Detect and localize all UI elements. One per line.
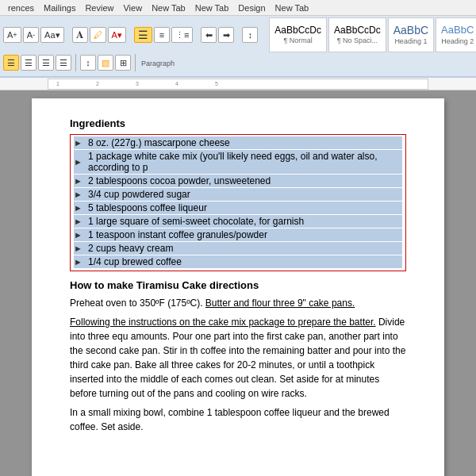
bullets-btn[interactable]: ☰ <box>134 27 152 43</box>
font-size-group: A+ A- Aa▾ <box>3 27 64 43</box>
no-spacing-label: ¶ No Spaci... <box>337 36 378 44</box>
paragraph-label: Paragraph <box>141 60 175 67</box>
bullet-icon-1: ► <box>74 138 85 148</box>
style-heading1[interactable]: AaBbC Heading 1 <box>388 17 434 52</box>
style-normal[interactable]: AaBbCcDc ¶ Normal <box>269 17 327 52</box>
h1-label: Heading 1 <box>394 37 427 45</box>
menu-rences[interactable]: rences <box>3 3 39 13</box>
ingredients-heading: Ingredients <box>70 117 406 129</box>
align-center-btn[interactable]: ☰ <box>21 55 36 71</box>
list-item: ► 1 teaspoon instant coffee granules/pow… <box>74 228 402 241</box>
indent-group: ⬅ ➡ <box>201 27 234 43</box>
ruler-mark-4: 4 <box>175 81 178 86</box>
no-space-preview: AaBbCcDc <box>334 25 381 36</box>
ingredient-6: 1 large square of semi-sweet chocolate, … <box>88 216 304 227</box>
font-size-decrease[interactable]: A- <box>23 27 39 43</box>
align-justify-btn[interactable]: ☰ <box>56 55 71 71</box>
menu-view[interactable]: View <box>118 3 147 13</box>
menu-design[interactable]: Design <box>233 3 270 13</box>
ingredient-2: 1 package white cake mix (you'll likely … <box>88 151 399 173</box>
list-group: ☰ ≡ ⋮≡ <box>134 27 193 43</box>
ruler: 1 2 3 4 5 <box>0 78 476 90</box>
numbered-list-btn[interactable]: ≡ <box>154 27 170 43</box>
highlight-btn[interactable]: 🖊 <box>90 27 106 43</box>
bullet-icon-5: ► <box>74 203 85 213</box>
decrease-indent-btn[interactable]: ⬅ <box>201 27 217 43</box>
increase-indent-btn[interactable]: ➡ <box>218 27 234 43</box>
list-item: ► 8 oz. (227g.) mascarpone cheese <box>74 136 402 149</box>
para2: Following the instructions on the cake m… <box>70 315 406 401</box>
align-left-btn[interactable]: ☰ <box>3 55 19 71</box>
bullet-icon-4: ► <box>74 190 85 199</box>
menu-newtab2[interactable]: New Tab <box>190 3 234 13</box>
text-effects-btn[interactable]: 𝐀 <box>72 27 88 43</box>
bullet-icon-6: ► <box>74 217 85 226</box>
bullet-icon-2: ► <box>74 157 85 167</box>
menu-bar: rences Mailings Review View New Tab New … <box>0 0 476 16</box>
para1: Preheat oven to 350ºF (175ºC). Butter an… <box>70 296 406 310</box>
bullet-icon-7: ► <box>74 230 85 240</box>
ingredient-3: 2 tablespoons cocoa powder, unsweetened <box>88 175 271 186</box>
align-right-btn[interactable]: ☰ <box>38 55 54 71</box>
doc-area: Ingredients ► 8 oz. (227g.) mascarpone c… <box>0 90 476 476</box>
sep7 <box>135 54 136 71</box>
shading-btn[interactable]: ▧ <box>98 55 113 71</box>
ingredients-list: ► 8 oz. (227g.) mascarpone cheese ► 1 pa… <box>70 134 406 271</box>
bullet-icon-3: ► <box>74 176 85 186</box>
normal-preview: AaBbCcDc <box>274 25 321 36</box>
style-heading2[interactable]: AaBbC Heading 2 <box>436 17 476 52</box>
font-format-group: 𝐀 🖊 A▾ <box>72 27 126 43</box>
borders-btn[interactable]: ⊞ <box>115 55 131 71</box>
ribbon: A+ A- Aa▾ 𝐀 🖊 A▾ ☰ ≡ ⋮≡ ⬅ ➡ ↕ AaBbCcDc <box>0 16 476 78</box>
bullet-icon-8: ► <box>74 244 85 253</box>
list-item: ► 1 large square of semi-sweet chocolate… <box>74 215 402 228</box>
list-item: ► 3/4 cup powdered sugar <box>74 188 402 201</box>
menu-newtab1[interactable]: New Tab <box>147 3 190 13</box>
h2-label: Heading 2 <box>441 37 474 45</box>
list-item: ► 5 tablespoons coffee liqueur <box>74 202 402 214</box>
list-item: ► 2 tablespoons cocoa powder, unsweetene… <box>74 175 402 187</box>
ingredient-7: 1 teaspoon instant coffee granules/powde… <box>88 229 267 240</box>
para2-underline: Following the instructions on the cake m… <box>70 317 376 328</box>
styles-section: AaBbCcDc ¶ Normal AaBbCcDc ¶ No Spaci...… <box>269 17 476 52</box>
alignment-group: ☰ ☰ ☰ ☰ <box>3 55 71 71</box>
para3: In a small mixing bowl, combine 1 tables… <box>70 405 406 434</box>
h2-preview: AaBbC <box>441 25 474 36</box>
list-item: ► 1 package white cake mix (you'll likel… <box>74 150 402 174</box>
howto-heading: How to make Tiramisu Cake directions <box>70 279 406 291</box>
para1-underline: Butter and flour three 9" cake pans. <box>205 298 355 309</box>
ruler-mark-1: 1 <box>56 81 60 86</box>
doc-page: Ingredients ► 8 oz. (227g.) mascarpone c… <box>32 98 444 476</box>
multilevel-list-btn[interactable]: ⋮≡ <box>171 27 193 43</box>
sep6 <box>75 54 76 71</box>
change-case-btn[interactable]: Aa▾ <box>40 27 63 43</box>
ingredient-8: 2 cups heavy cream <box>88 243 173 254</box>
h1-preview: AaBbC <box>393 25 428 36</box>
spacing-group: ↕ ▧ ⊞ <box>80 55 131 71</box>
ruler-inner: 1 2 3 4 5 <box>48 79 428 90</box>
menu-newtab3[interactable]: New Tab <box>271 3 314 13</box>
bullet-icon-9: ► <box>74 257 85 267</box>
ingredient-9: 1/4 cup brewed coffee <box>88 256 182 267</box>
sort-btn[interactable]: ↕ <box>242 27 258 43</box>
list-item: ► 2 cups heavy cream <box>74 242 402 255</box>
menu-mailings[interactable]: Mailings <box>39 3 80 13</box>
line-spacing-btn[interactable]: ↕ <box>80 55 96 71</box>
style-no-spacing[interactable]: AaBbCcDc ¶ No Spaci... <box>328 17 386 52</box>
ingredient-5: 5 tablespoons coffee liqueur <box>88 202 207 213</box>
ruler-mark-3: 3 <box>136 81 139 86</box>
menu-review[interactable]: Review <box>80 3 118 13</box>
ruler-mark-5: 5 <box>215 81 218 86</box>
ingredient-1: 8 oz. (227g.) mascarpone cheese <box>88 137 230 148</box>
normal-label: ¶ Normal <box>284 36 313 44</box>
list-item: ► 1/4 cup brewed coffee <box>74 255 402 268</box>
ruler-mark-2: 2 <box>96 81 99 86</box>
ingredient-4: 3/4 cup powdered sugar <box>88 189 190 200</box>
font-size-increase[interactable]: A+ <box>3 27 21 43</box>
font-color-btn[interactable]: A▾ <box>108 27 126 43</box>
